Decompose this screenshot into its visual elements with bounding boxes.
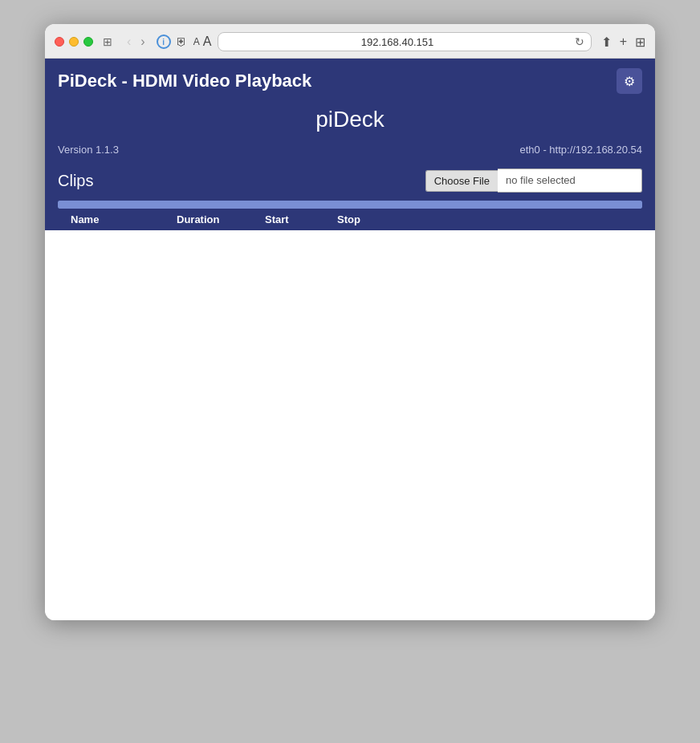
font-size-controls: A A: [193, 35, 212, 48]
network-label: eth0 - http://192.168.20.54: [519, 144, 642, 156]
file-input-area: Choose File no file selected: [425, 168, 642, 193]
address-bar-container: ↻: [218, 32, 591, 51]
app-header: PiDeck - HDMI Video Playback ⚙ piDeck Ve…: [45, 59, 655, 230]
choose-file-button[interactable]: Choose File: [425, 170, 498, 192]
gear-icon: ⚙: [624, 74, 635, 89]
clips-table-header: Name Duration Start Stop: [58, 209, 642, 230]
file-name-display: no file selected: [498, 168, 642, 193]
shield-icon: ⛨: [176, 35, 187, 48]
column-header-name: Name: [58, 213, 170, 225]
browser-window: ⊞ ‹ › i ⛨ A A ↻ ⬆ + ⊞ PiDeck - HDMI Vide…: [45, 24, 655, 620]
info-icon[interactable]: i: [157, 35, 171, 49]
app-window-title: PiDeck - HDMI Video Playback: [58, 71, 311, 91]
column-header-duration: Duration: [170, 213, 258, 225]
minimize-button[interactable]: [69, 37, 79, 47]
close-button[interactable]: [55, 37, 64, 47]
clips-toolbar: Clips Choose File no file selected: [58, 162, 642, 199]
address-bar[interactable]: [225, 36, 569, 48]
traffic-lights: [55, 37, 93, 47]
app-meta-row: Version 1.1.3 eth0 - http://192.168.20.5…: [58, 144, 642, 162]
version-label: Version 1.1.3: [58, 144, 119, 156]
app-title-row: PiDeck - HDMI Video Playback ⚙: [58, 68, 642, 94]
share-button[interactable]: ⬆: [601, 35, 612, 50]
browser-chrome: ⊞ ‹ › i ⛨ A A ↻ ⬆ + ⊞: [45, 24, 655, 59]
reload-button[interactable]: ↻: [575, 35, 584, 48]
decrease-font-button[interactable]: A: [193, 37, 200, 47]
forward-button[interactable]: ›: [137, 34, 148, 50]
column-header-start: Start: [258, 213, 331, 225]
upload-progress-bar: [58, 201, 642, 209]
column-header-stop: Stop: [331, 213, 403, 225]
tabs-button[interactable]: ⊞: [635, 35, 645, 50]
increase-font-button[interactable]: A: [203, 35, 212, 48]
back-button[interactable]: ‹: [124, 34, 134, 50]
clips-label: Clips: [58, 172, 93, 190]
browser-icons-left: i ⛨: [157, 35, 187, 49]
settings-button[interactable]: ⚙: [617, 68, 642, 94]
browser-actions: ⬆ + ⊞: [601, 35, 645, 50]
maximize-button[interactable]: [83, 37, 93, 47]
nav-buttons: ‹ ›: [124, 34, 149, 50]
sidebar-toggle-icon[interactable]: ⊞: [103, 35, 112, 48]
app-brand: piDeck: [58, 100, 642, 144]
new-tab-button[interactable]: +: [620, 35, 627, 49]
progress-bar-fill: [58, 201, 642, 209]
page-content: PiDeck - HDMI Video Playback ⚙ piDeck Ve…: [45, 59, 655, 620]
clips-body: [45, 230, 655, 551]
